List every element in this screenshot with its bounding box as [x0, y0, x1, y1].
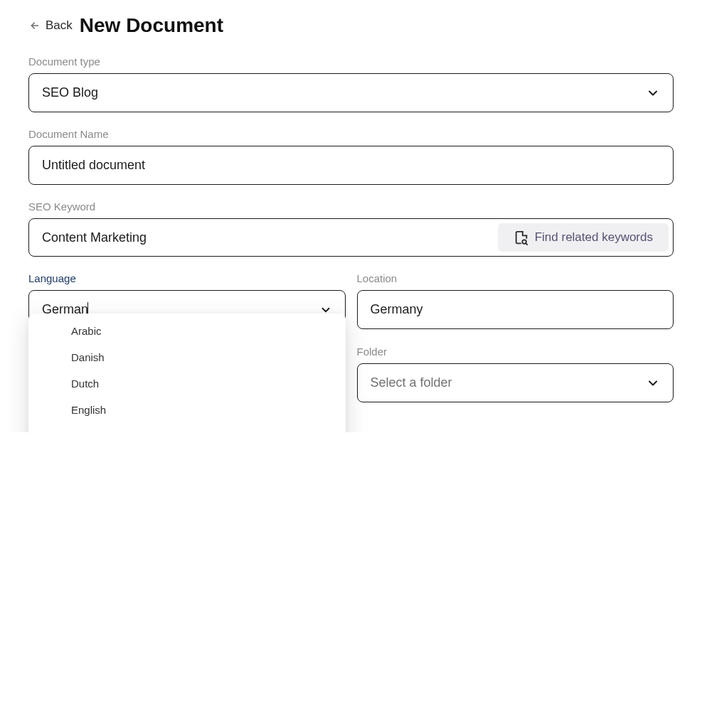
back-label: Back: [46, 18, 73, 33]
chevron-down-icon: [646, 86, 660, 100]
document-name-field: Document Name Untitled document: [28, 128, 674, 185]
svg-line-2: [526, 243, 527, 245]
seo-keyword-value: Content Marketing: [42, 230, 147, 245]
seo-keyword-input[interactable]: Content Marketing: [42, 230, 489, 245]
document-name-input[interactable]: Untitled document: [28, 146, 674, 185]
language-option-label: Arabic: [71, 325, 102, 337]
language-location-row: Language German ArabicDanishDutchEnglish…: [28, 272, 674, 330]
page-header: Back New Document: [28, 14, 674, 37]
folder-select[interactable]: Select a folder: [357, 363, 674, 402]
folder-placeholder: Select a folder: [371, 375, 452, 390]
location-column: Location Germany: [357, 272, 674, 330]
document-name-label: Document Name: [28, 128, 674, 140]
document-type-field: Document type SEO Blog: [28, 55, 674, 112]
seo-keyword-row: Content Marketing Find related keywords: [28, 218, 674, 257]
location-label: Location: [357, 272, 674, 284]
language-option[interactable]: Dutch: [28, 370, 346, 397]
arrow-left-icon: [28, 19, 41, 32]
seo-keyword-label: SEO Keyword: [28, 200, 674, 213]
find-related-keywords-label: Find related keywords: [535, 230, 653, 245]
language-column: Language German ArabicDanishDutchEnglish…: [28, 272, 346, 330]
folder-label: Folder: [357, 346, 674, 358]
language-option[interactable]: Finnish: [28, 423, 346, 432]
document-name-value: Untitled document: [42, 158, 145, 173]
chevron-down-icon: [646, 376, 660, 390]
document-type-label: Document type: [28, 55, 674, 68]
location-value: Germany: [371, 302, 423, 317]
language-option[interactable]: English: [28, 397, 346, 423]
search-doc-icon: [514, 230, 528, 245]
document-type-value: SEO Blog: [42, 85, 98, 100]
language-option[interactable]: Danish: [28, 344, 346, 370]
location-input[interactable]: Germany: [357, 290, 674, 329]
language-option-label: English: [71, 404, 106, 416]
back-button[interactable]: Back: [28, 18, 73, 33]
seo-keyword-field: SEO Keyword Content Marketing Find relat…: [28, 200, 674, 257]
language-dropdown: ArabicDanishDutchEnglishFinnishFrenchGer…: [28, 314, 346, 432]
language-option[interactable]: Arabic: [28, 318, 346, 344]
document-type-select[interactable]: SEO Blog: [28, 73, 674, 112]
find-related-keywords-button[interactable]: Find related keywords: [498, 223, 669, 252]
language-label: Language: [28, 272, 346, 284]
language-option-label: Finnish: [71, 430, 105, 432]
folder-column: Folder Select a folder: [357, 346, 674, 402]
language-option-label: Dutch: [71, 378, 99, 390]
page-title: New Document: [80, 14, 223, 37]
language-option-label: Danish: [71, 351, 105, 363]
